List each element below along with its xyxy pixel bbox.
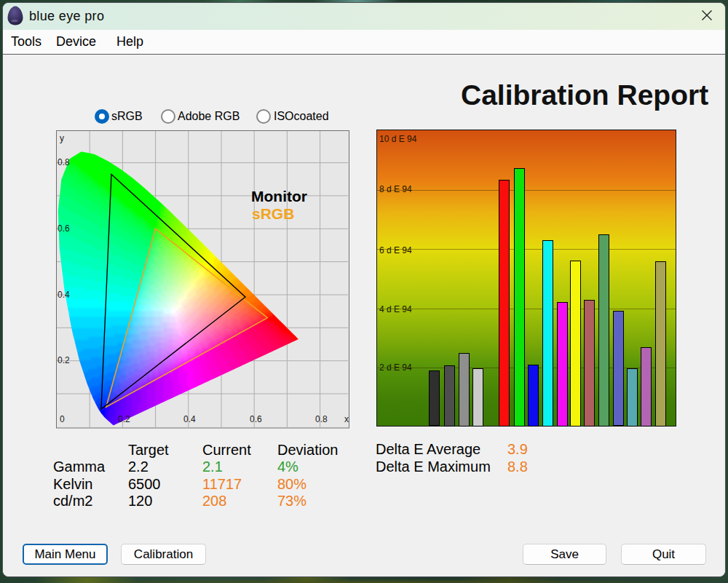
svg-text:0.2: 0.2 <box>58 355 70 365</box>
svg-text:0.2: 0.2 <box>118 414 130 424</box>
svg-text:0.8: 0.8 <box>58 157 70 167</box>
svg-text:y: y <box>60 133 64 143</box>
svg-text:0.4: 0.4 <box>183 414 196 424</box>
svg-text:0: 0 <box>60 414 65 424</box>
svg-text:0.8: 0.8 <box>315 414 328 424</box>
svg-text:0.6: 0.6 <box>250 414 262 424</box>
svg-text:0.4: 0.4 <box>58 290 70 300</box>
svg-text:x: x <box>344 414 349 424</box>
svg-text:0.6: 0.6 <box>58 223 70 234</box>
